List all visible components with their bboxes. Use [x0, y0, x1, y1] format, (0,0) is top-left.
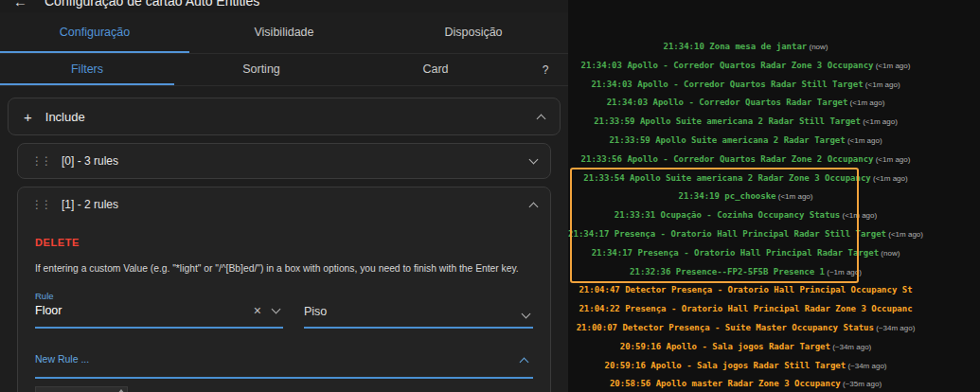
primary-tab-bar: Configuração Visibilidade Disposição — [0, 12, 568, 54]
log-entity-name[interactable]: Ocupação - Cozinha Occupancy Status — [655, 210, 840, 220]
log-age: (<1m ago) — [846, 136, 882, 145]
clear-icon[interactable]: × — [254, 304, 261, 317]
log-entry: 21:34:03 Apollo - Corredor Quartos Radar… — [568, 94, 923, 113]
rule-field-value: Floor — [35, 304, 283, 317]
log-entity-name[interactable]: Detector Presença - Oratorio Hall Princi… — [620, 285, 913, 294]
dropdown-option-area[interactable]: Area — [36, 387, 116, 392]
log-entity-name[interactable]: Presença - Oratorio Hall Principal Radar… — [620, 304, 913, 313]
log-time: 21:00:07 — [577, 323, 617, 332]
log-time: 21:34:03 — [607, 98, 648, 107]
tab-card[interactable]: Card — [348, 54, 523, 85]
log-entry: 21:34:17 Presença - Oratorio Hall Princi… — [568, 244, 923, 263]
tab-configuracao[interactable]: Configuração — [0, 12, 189, 53]
log-time: 21:04:47 — [579, 285, 619, 294]
drag-handle-icon[interactable]: ⋮⋮ — [31, 155, 50, 167]
log-time: 20:59:16 — [620, 342, 661, 351]
rule-combobox[interactable]: Rule Floor × — [35, 289, 283, 329]
log-entity-name[interactable]: Zona mesa de jantar — [704, 42, 807, 51]
log-time: 21:34:10 — [664, 42, 704, 51]
new-rule-label: New Rule ... — [35, 353, 89, 365]
log-age: (~35m ago) — [841, 380, 882, 388]
log-entry: 21:33:59 Apollo Suite americana 2 Radar … — [568, 132, 923, 151]
config-content: + Include ⋮⋮ [0] - 3 rules ⋮⋮ [1] - 2 ru… — [0, 98, 568, 392]
log-entry: 21:34:03 Apollo - Corredor Quartos Radar… — [568, 76, 923, 95]
card-config-dialog: Configuração Visibilidade Disposição Fil… — [0, 12, 568, 392]
value-select[interactable]: Piso — [304, 289, 533, 329]
enter-key-hint: If entering a custom Value (e.g. "*light… — [35, 263, 533, 274]
delete-button[interactable]: DELETE — [35, 237, 80, 248]
log-entity-name[interactable]: Presence--FP2-5F5B Presence 1 — [670, 267, 825, 276]
new-rule-select[interactable]: New Rule ... — [35, 349, 533, 379]
log-time: 20:59:16 — [604, 361, 645, 370]
log-entry: 20:59:16 Apollo - Sala jogos Radar Still… — [568, 357, 923, 376]
log-age: (<1m ago) — [840, 211, 877, 220]
logbook-list: 21:34:10 Zona mesa de jantar (now)21:34:… — [568, 0, 980, 392]
new-rule-dropdown: Area — [35, 386, 128, 392]
rule-group-0: ⋮⋮ [0] - 3 rules — [17, 143, 551, 179]
log-entry: 21:33:59 Apollo Suite americana 2 Radar … — [568, 113, 923, 132]
include-label: Include — [45, 110, 85, 124]
log-entity-name[interactable]: pc_chooske — [720, 191, 776, 201]
log-entity-name[interactable]: Apollo master Radar Zone 3 Occupancy — [650, 379, 840, 388]
chevron-up-icon[interactable] — [537, 114, 546, 123]
log-entity-name[interactable]: Apollo Suite americana 2 Radar Target — [650, 135, 846, 145]
log-entity-name[interactable]: Presença - Oratorio Hall Principal Radar… — [609, 229, 886, 239]
log-entity-name[interactable]: Apollo - Sala jogos Radar Target — [661, 342, 830, 351]
include-section-header[interactable]: + Include — [8, 98, 561, 135]
log-time: 21:34:03 — [591, 80, 632, 89]
plus-icon: + — [24, 109, 32, 125]
log-time: 21:32:36 — [630, 267, 670, 276]
chevron-down-icon[interactable] — [272, 305, 281, 314]
log-entry: 21:34:19 pc_chooske (<1m ago) — [568, 187, 923, 206]
value-select-value: Piso — [304, 305, 533, 318]
log-age: (<1m ago) — [861, 117, 898, 126]
log-age: (<1m ago) — [776, 192, 813, 201]
log-time: 21:33:56 — [581, 154, 622, 164]
log-entity-name[interactable]: Detector Presença - Suíte Master Occupan… — [617, 323, 874, 332]
log-time: 21:04:22 — [579, 304, 619, 313]
log-entity-name[interactable]: Apollo - Corredor Quartos Radar Still Ta… — [633, 80, 864, 89]
log-entry: 21:34:10 Zona mesa de jantar (now) — [568, 38, 923, 57]
log-age: (<1m ago) — [873, 155, 910, 164]
log-entry: 21:33:54 Apollo Suite americana 2 Radar … — [568, 169, 923, 188]
log-entity-name[interactable]: Presença - Oratorio Hall Principal Radar… — [633, 248, 879, 258]
back-arrow-icon[interactable]: ← — [13, 0, 27, 9]
app-header: ← Configuração de cartão Auto Entities — [0, 0, 568, 12]
log-age: (~34m ago) — [874, 324, 915, 332]
log-age: (<1m ago) — [871, 174, 908, 183]
log-time: 21:33:59 — [609, 135, 650, 145]
log-entity-name[interactable]: Apollo - Corredor Quartos Radar Zone 2 O… — [622, 154, 874, 164]
log-age: (~1m ago) — [825, 268, 862, 276]
tab-visibilidade[interactable]: Visibilidade — [189, 12, 379, 53]
chevron-up-icon[interactable] — [529, 202, 539, 211]
rule-group-1-header[interactable]: ⋮⋮ [1] - 2 rules — [18, 187, 550, 222]
tab-filters[interactable]: Filters — [0, 54, 174, 85]
log-age: (<1m ago) — [847, 98, 884, 107]
log-entity-name[interactable]: Apollo - Sala jogos Radar Still Target — [646, 361, 846, 370]
log-age: (<1m ago) — [886, 230, 923, 239]
drag-handle-icon[interactable]: ⋮⋮ — [31, 199, 50, 210]
log-entity-name[interactable]: Apollo - Corredor Quartos Radar Target — [648, 98, 847, 107]
chevron-up-icon[interactable] — [520, 358, 529, 367]
log-time: 21:33:31 — [615, 210, 655, 220]
log-entity-name[interactable]: Apollo Suite americana 2 Radar Zone 3 Oc… — [625, 173, 871, 183]
rule-group-0-header[interactable]: ⋮⋮ [0] - 3 rules — [18, 144, 550, 178]
chevron-down-icon[interactable] — [529, 155, 539, 165]
log-entity-name[interactable]: Apollo Suite americana 2 Radar Still Tar… — [635, 116, 861, 126]
tab-disposicao[interactable]: Disposição — [379, 12, 568, 53]
log-age: (<1m ago) — [864, 80, 900, 89]
tab-sorting[interactable]: Sorting — [174, 54, 348, 85]
rule-group-1-label: [1] - 2 rules — [62, 198, 118, 211]
log-entity-name[interactable]: Apollo - Corredor Quartos Radar Zone 3 O… — [622, 61, 874, 70]
help-icon[interactable]: ? — [523, 54, 568, 85]
log-entry: 20:59:16 Apollo - Sala jogos Radar Targe… — [568, 338, 923, 357]
page-title: Configuração de cartão Auto Entities — [45, 0, 259, 9]
log-time: 21:34:17 — [592, 248, 633, 258]
log-age: (~34m ago) — [846, 362, 886, 370]
secondary-tab-bar: Filters Sorting Card ? — [0, 54, 568, 86]
rule-group-1: ⋮⋮ [1] - 2 rules DELETE If entering a cu… — [17, 187, 551, 392]
rule-editor: DELETE If entering a custom Value (e.g. … — [18, 222, 550, 392]
log-entry: 21:33:31 Ocupação - Cozinha Occupancy St… — [568, 206, 923, 225]
log-entry: 21:34:17 Presença - Oratorio Hall Princi… — [568, 225, 923, 244]
log-time: 21:33:54 — [583, 173, 624, 183]
